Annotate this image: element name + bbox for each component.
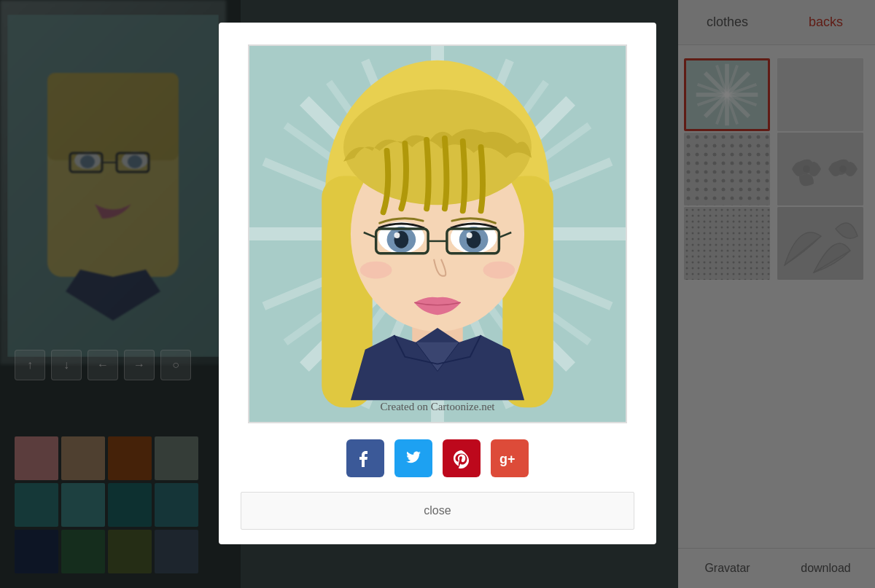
- svg-point-59: [467, 232, 472, 238]
- facebook-share-button[interactable]: [346, 439, 384, 477]
- character-image: Created on Cartoonize.net: [248, 44, 627, 423]
- svg-point-66: [483, 261, 516, 278]
- modal-overlay: Created on Cartoonize.net g+: [0, 0, 875, 588]
- pinterest-share-button[interactable]: [443, 439, 481, 477]
- svg-text:g+: g+: [499, 452, 516, 466]
- social-row: g+: [346, 439, 529, 477]
- svg-point-58: [394, 232, 400, 238]
- twitter-share-button[interactable]: [394, 439, 432, 477]
- svg-point-65: [360, 261, 392, 278]
- watermark: Created on Cartoonize.net: [380, 401, 494, 413]
- googleplus-share-button[interactable]: g+: [491, 439, 529, 477]
- close-button[interactable]: close: [241, 492, 634, 530]
- share-modal: Created on Cartoonize.net g+: [219, 23, 656, 544]
